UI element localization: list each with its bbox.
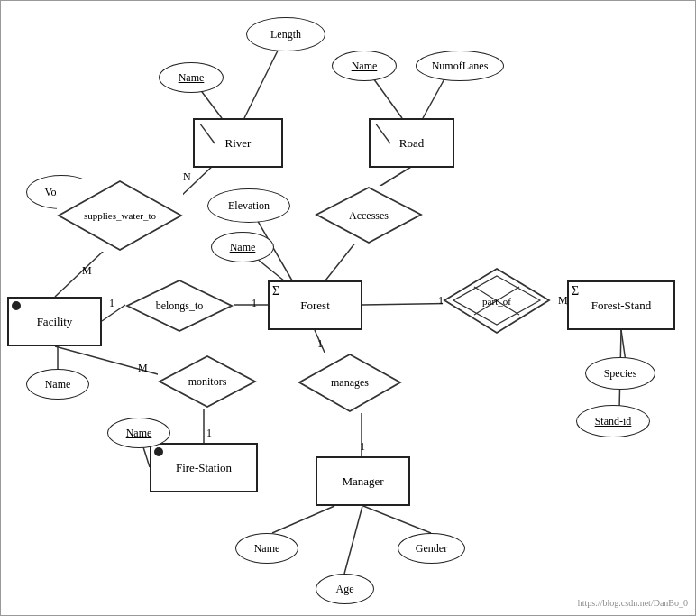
card-sw-n: N	[183, 170, 191, 184]
road-entity: Road	[369, 118, 454, 168]
elevation-label: Elevation	[228, 199, 270, 213]
river-name-attribute: Name	[159, 62, 224, 93]
road-label: Road	[399, 136, 424, 151]
svg-text:Accesses: Accesses	[349, 209, 389, 222]
card-bt-forest: 1	[252, 297, 257, 310]
manager-gender-attribute: Gender	[398, 533, 465, 564]
river-label: River	[225, 136, 252, 151]
fire-station-label: Fire-Station	[176, 461, 232, 475]
fs-name-label: Name	[126, 427, 152, 440]
svg-text:part_of: part_of	[482, 296, 511, 307]
forest-name-attribute: Name	[211, 232, 274, 262]
fire-station-entity: Fire-Station	[150, 443, 258, 492]
road-name-attribute: Name	[332, 51, 397, 81]
card-po-forest: 1	[438, 294, 444, 308]
manager-gender-label: Gender	[416, 542, 447, 556]
numoflanes-label: NumofLanes	[432, 60, 489, 73]
stand-id-label: Stand-id	[595, 415, 632, 428]
manager-label: Manager	[342, 474, 383, 489]
svg-line-26	[200, 124, 215, 143]
svg-text:monitors: monitors	[188, 375, 227, 388]
card-po-fs: M	[558, 294, 568, 308]
numoflanes-attribute: NumofLanes	[416, 51, 504, 81]
card-man-1b: 1	[360, 440, 365, 454]
facility-label: Facility	[37, 315, 73, 329]
card-man-1a: 1	[317, 337, 323, 351]
belongs-to-relationship: belongs_to	[125, 279, 234, 333]
forest-entity: Σ Forest	[268, 280, 362, 330]
forest-label: Forest	[300, 299, 330, 313]
card-sw-m: M	[82, 264, 92, 278]
accesses-relationship: Accesses	[315, 186, 423, 244]
svg-line-27	[376, 124, 390, 143]
forest-name-label: Name	[230, 241, 256, 254]
svg-line-25	[344, 506, 362, 574]
card-mon-1: 1	[206, 427, 212, 440]
svg-text:belongs_to: belongs_to	[156, 299, 204, 312]
forest-stand-entity: Σ Forest-Stand	[567, 280, 675, 330]
manages-relationship: manages	[298, 353, 402, 413]
facility-name-attribute: Name	[26, 369, 89, 400]
manager-age-label: Age	[336, 583, 354, 596]
length-label: Length	[270, 28, 301, 41]
svg-text:supplies_water_to: supplies_water_to	[84, 210, 157, 221]
elevation-attribute: Elevation	[207, 188, 290, 223]
facility-name-label: Name	[45, 378, 71, 391]
facility-key-dot	[12, 301, 21, 310]
supplies-water-to-relationship: supplies_water_to	[57, 179, 183, 252]
manager-name-label: Name	[254, 542, 280, 556]
stand-id-attribute: Stand-id	[576, 405, 650, 437]
species-label: Species	[604, 367, 637, 381]
watermark: https://blog.csdn.net/DanBo_0	[578, 598, 688, 608]
fs-name-attribute: Name	[107, 418, 170, 448]
facility-entity: Facility	[7, 297, 102, 346]
svg-line-24	[363, 506, 431, 533]
manager-entity: Manager	[316, 456, 410, 506]
forest-stand-label: Forest-Stand	[591, 299, 651, 313]
svg-line-23	[272, 506, 334, 533]
river-entity: River	[193, 118, 283, 168]
manager-name-attribute: Name	[235, 533, 298, 564]
species-attribute: Species	[585, 357, 655, 390]
svg-text:manages: manages	[331, 376, 369, 389]
fire-station-key-dot	[154, 447, 163, 456]
road-name-label: Name	[352, 60, 378, 73]
monitors-relationship: monitors	[158, 354, 257, 409]
length-attribute: Length	[246, 17, 325, 51]
part-of-relationship: part_of	[443, 267, 551, 335]
card-mon-m: M	[138, 362, 148, 375]
er-diagram: River Road Facility Σ Forest Σ Forest-St…	[0, 0, 696, 616]
river-name-label: Name	[179, 71, 205, 85]
manager-age-attribute: Age	[316, 574, 374, 604]
card-bt-facility: 1	[109, 297, 114, 310]
